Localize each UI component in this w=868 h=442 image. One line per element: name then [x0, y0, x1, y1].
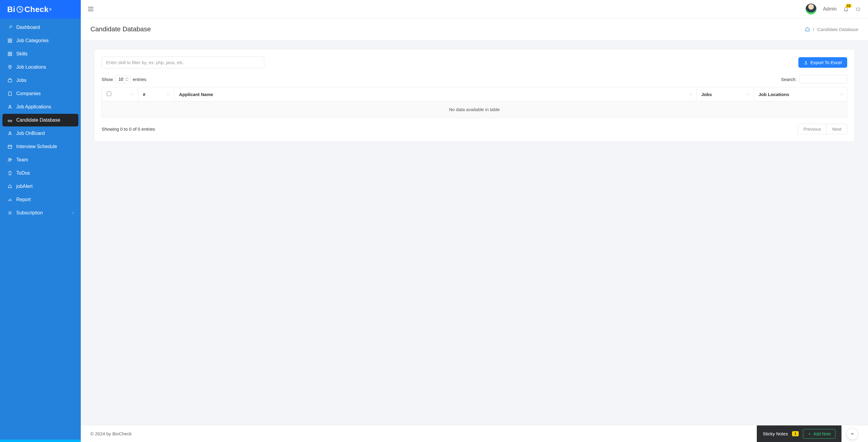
- show-label: Show: [101, 77, 113, 82]
- nav-label: Companies: [16, 91, 41, 96]
- nav-label: ToDos: [16, 170, 30, 176]
- col-index[interactable]: # ↑↓: [138, 87, 174, 101]
- svg-rect-4: [8, 41, 10, 42]
- user-name[interactable]: Admin: [823, 6, 837, 12]
- nav-job-categories[interactable]: Job Categories: [2, 34, 79, 47]
- nav-skills[interactable]: Skills: [2, 47, 79, 60]
- table-info: Showing 0 to 0 of 0 entries: [101, 127, 155, 132]
- svg-point-10: [10, 66, 10, 67]
- entries-label: entries: [133, 77, 147, 82]
- nav-interview-schedule[interactable]: Interview Schedule: [2, 140, 79, 153]
- nav-label: Subscription: [16, 210, 43, 215]
- sticky-count: 1: [792, 431, 798, 436]
- sidebar-accent: [0, 440, 81, 442]
- content: Export To Excel Show 10 entries Search:: [81, 41, 868, 425]
- logout-button[interactable]: [855, 6, 861, 12]
- select-all-checkbox[interactable]: [107, 92, 111, 96]
- nav-todos[interactable]: ToDos: [2, 167, 79, 179]
- table-search: Search:: [781, 75, 847, 83]
- nav-job-applications[interactable]: Job Applications: [2, 101, 79, 113]
- nav-jobalert[interactable]: jobAlert: [2, 180, 79, 193]
- nav-label: Team: [16, 157, 28, 163]
- nav-report[interactable]: Report: [2, 193, 79, 206]
- notifications-button[interactable]: 13: [843, 6, 849, 12]
- home-icon: [805, 27, 810, 32]
- pagination: Previous Next: [798, 124, 847, 134]
- nav-team[interactable]: Team: [2, 154, 79, 166]
- export-label: Export To Excel: [810, 60, 842, 65]
- svg-rect-6: [8, 52, 10, 54]
- gear-icon: [7, 210, 13, 215]
- users-icon: [7, 157, 13, 163]
- svg-point-15: [9, 105, 10, 107]
- sticky-notes-widget[interactable]: Sticky Notes 1 ＋ Add Note: [757, 426, 841, 442]
- pin-icon: [7, 64, 13, 70]
- suitcase-icon: [7, 78, 13, 83]
- nav-job-locations[interactable]: Job Locations: [2, 61, 79, 73]
- sort-icon: ↑↓: [167, 92, 170, 96]
- nav-label: jobAlert: [16, 184, 33, 189]
- chevron-up-icon: [850, 432, 855, 436]
- main-area: Admin 13 Candidate Database / Candidate …: [81, 0, 868, 442]
- svg-point-27: [9, 212, 10, 213]
- sidebar-toggle[interactable]: [88, 7, 93, 11]
- power-icon: [855, 6, 861, 12]
- notification-badge: 13: [845, 4, 852, 8]
- nav-label: Candidate Database: [16, 117, 60, 123]
- scroll-top-button[interactable]: [846, 428, 858, 440]
- nav-candidate-database[interactable]: Candidate Database: [2, 114, 79, 127]
- col-applicant-name[interactable]: Applicant Name ↑↓: [174, 87, 696, 101]
- sidebar: Bi Check® Dashboard Job Categories Skill…: [0, 0, 81, 442]
- sticky-label: Sticky Notes: [763, 431, 788, 436]
- skill-filter-input[interactable]: [101, 57, 264, 68]
- svg-point-21: [8, 158, 10, 160]
- search-input[interactable]: [799, 75, 847, 83]
- nav-label: Report: [16, 197, 31, 202]
- gauge-icon: [7, 25, 13, 30]
- nav-job-onboard[interactable]: Job OnBoard: [2, 127, 79, 140]
- user-avatar[interactable]: [806, 4, 816, 14]
- entries-select[interactable]: 10: [116, 75, 130, 83]
- calendar-icon: [7, 144, 13, 149]
- sort-icon: ↑↓: [130, 92, 134, 96]
- add-note-button[interactable]: ＋ Add Note: [803, 429, 835, 439]
- nav-label: Job OnBoard: [16, 131, 44, 136]
- svg-rect-17: [8, 145, 12, 148]
- phone-icon: [7, 170, 13, 176]
- add-note-label: Add Note: [813, 432, 831, 436]
- nav-label: Interview Schedule: [16, 144, 57, 149]
- prev-button[interactable]: Previous: [798, 124, 827, 134]
- nav-label: Job Locations: [16, 64, 46, 70]
- svg-rect-3: [10, 39, 12, 40]
- copyright: © 2024 by BioCheck: [90, 431, 132, 436]
- svg-rect-5: [10, 41, 12, 42]
- chevron-left-icon: ‹: [72, 211, 73, 215]
- topbar: Admin 13: [81, 0, 868, 18]
- empty-row: No data available in table: [102, 101, 847, 118]
- brand-logo[interactable]: Bi Check®: [7, 5, 52, 14]
- sort-icon: ↑↓: [840, 92, 843, 96]
- nav-dashboard[interactable]: Dashboard: [2, 21, 79, 34]
- candidates-table: ↑↓ # ↑↓ Applicant Name ↑↓ Jobs: [101, 87, 847, 118]
- user-icon: [7, 104, 13, 110]
- col-select[interactable]: ↑↓: [102, 87, 138, 101]
- entries-length: Show 10 entries: [101, 75, 147, 83]
- breadcrumb-home[interactable]: [805, 27, 810, 32]
- upload-icon: [804, 61, 808, 65]
- page-header: Candidate Database / Candidate Database: [81, 18, 868, 41]
- export-excel-button[interactable]: Export To Excel: [798, 57, 847, 68]
- svg-rect-11: [8, 79, 12, 82]
- next-button[interactable]: Next: [827, 124, 847, 134]
- col-job-locations[interactable]: Job Locations ↑↓: [754, 87, 847, 101]
- nav-companies[interactable]: Companies: [2, 87, 79, 100]
- nav-subscription[interactable]: Subscription ‹: [2, 207, 79, 219]
- breadcrumb: / Candidate Database: [805, 27, 858, 32]
- nav-jobs[interactable]: Jobs: [2, 74, 79, 87]
- svg-rect-2: [8, 39, 10, 40]
- svg-rect-7: [10, 52, 12, 54]
- col-jobs[interactable]: Jobs ↑↓: [696, 87, 754, 101]
- footer: © 2024 by BioCheck Sticky Notes 1 ＋ Add …: [81, 425, 868, 442]
- grid-icon: [7, 38, 13, 43]
- svg-rect-8: [8, 54, 10, 56]
- search-label: Search:: [781, 77, 797, 82]
